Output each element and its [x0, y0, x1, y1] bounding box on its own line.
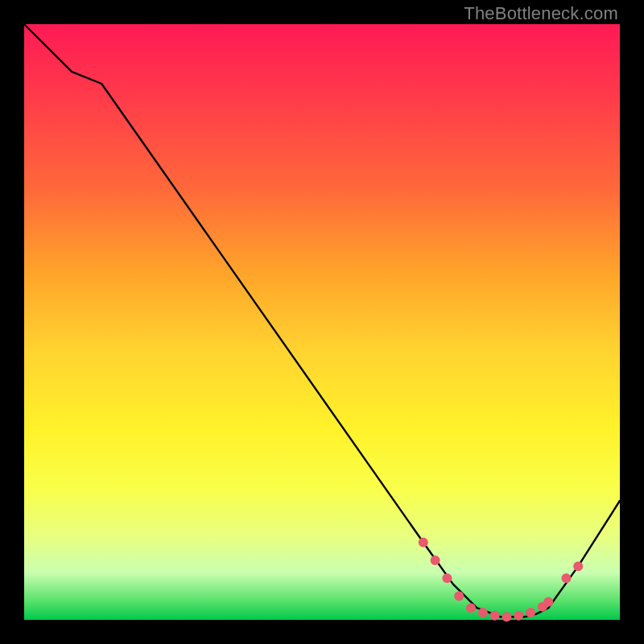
marker-group: [419, 538, 583, 622]
marker-dot: [573, 561, 583, 571]
marker-dot: [561, 573, 571, 583]
watermark-text: TheBottleneck.com: [464, 3, 618, 24]
chart-stage: TheBottleneck.com: [0, 0, 644, 644]
marker-dot: [419, 538, 428, 547]
marker-dot: [490, 611, 500, 621]
marker-dot: [442, 573, 452, 583]
marker-dot: [431, 555, 440, 565]
marker-dot: [514, 611, 523, 621]
marker-dot: [543, 597, 553, 607]
chart-svg: [24, 24, 620, 620]
marker-dot: [526, 608, 535, 617]
plot-area: [24, 24, 620, 620]
marker-dot: [454, 591, 464, 601]
marker-dot: [502, 612, 511, 621]
line-series-curve: [24, 24, 620, 617]
marker-dot: [478, 608, 488, 617]
marker-dot: [466, 603, 476, 613]
